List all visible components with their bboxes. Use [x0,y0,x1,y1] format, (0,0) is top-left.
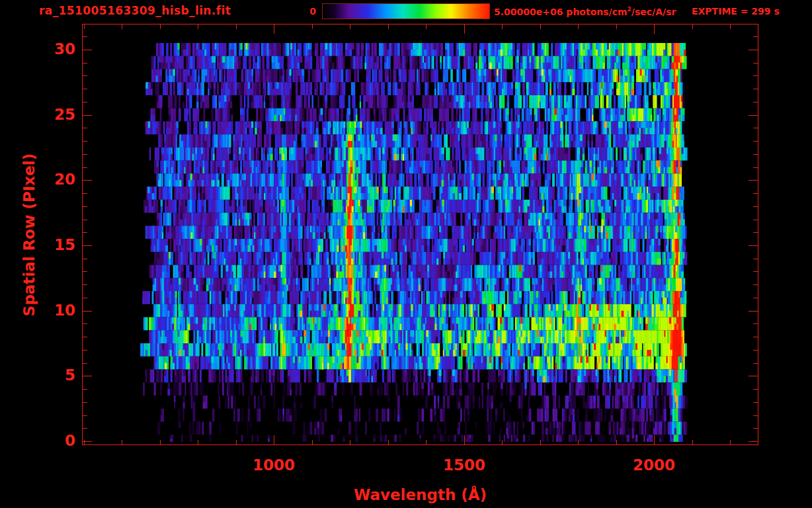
axis-tick [749,376,758,376]
axis-tick [83,167,87,168]
axis-tick [753,389,758,390]
axis-tick [753,298,758,298]
axis-tick [236,440,237,444]
fits-quicklook-window: ra_151005163309_hisb_lin.fit 0 5.00000e+… [0,0,812,508]
axis-tick [198,24,198,29]
axis-tick [198,440,198,444]
axis-tick [83,441,92,442]
axis-tick [753,350,758,351]
axis-tick [83,206,87,207]
axis-tick [616,440,617,444]
colorbar-max-value: 5.00000e+06 [494,7,566,17]
axis-tick [753,206,758,207]
axis-tick [83,232,87,233]
axis-tick [274,435,274,444]
axis-tick [83,415,87,416]
axis-tick [83,115,92,116]
exptime-label: EXPTIME = 299 s [692,6,780,17]
axis-tick [388,24,389,29]
axis-tick [83,284,87,285]
axis-tick [84,24,85,29]
axis-tick [654,435,655,444]
axis-tick [350,24,350,29]
axis-tick [83,350,87,351]
colorbar-units: photons/cm [566,7,627,17]
axis-tick [122,440,122,444]
axis-tick [616,24,617,29]
axis-tick [753,36,758,37]
axis-tick [692,440,693,444]
axis-tick [753,363,758,364]
axis-tick [83,323,87,324]
axis-tick [749,50,758,50]
axis-tick [388,440,389,444]
colorbar-max-label: 5.00000e+06 photons/cm2/sec/A/sr [494,6,676,17]
axis-tick [83,102,87,103]
x-tick-label: 1000 [244,456,304,474]
axis-tick [753,259,758,259]
axis-tick [749,180,758,181]
y-tick-label: 15 [41,236,75,253]
axis-tick [83,271,87,272]
axis-tick [753,232,758,233]
axis-tick [83,63,87,64]
axis-tick [83,259,87,259]
axis-tick [274,24,274,34]
axis-tick [83,141,87,142]
axis-tick [83,337,87,337]
axis-tick [83,428,87,429]
x-tick-label: 2000 [624,456,684,474]
colorbar-min-label: 0 [299,6,316,17]
axis-tick [426,440,426,444]
axis-tick [753,220,758,220]
colorbar-units-tail: /sec/A/sr [631,7,676,17]
y-tick-label: 30 [41,40,75,58]
axis-tick [464,435,465,444]
axis-tick [753,323,758,324]
y-tick-label: 5 [41,366,75,384]
plot-frame [82,24,758,445]
axis-tick [83,245,92,246]
axis-tick [502,440,503,444]
axis-tick [83,154,87,155]
axis-tick [749,441,758,442]
axis-tick [122,24,122,29]
y-tick-label: 20 [41,171,75,188]
axis-tick [83,36,87,37]
axis-tick [83,193,87,194]
axis-tick [83,402,87,403]
axis-tick [753,141,758,142]
axis-tick [749,311,758,312]
axis-tick [540,24,541,29]
axis-tick [160,440,161,444]
axis-tick [83,389,87,390]
axis-tick [753,89,758,89]
axis-tick [753,154,758,155]
axis-tick [730,440,731,444]
axis-tick [753,402,758,403]
axis-tick [350,440,350,444]
axis-tick [160,24,161,29]
y-axis-title: Spatial Row (PIxel) [20,153,38,316]
axis-tick [753,337,758,337]
axis-tick [540,440,541,444]
axis-tick [83,89,87,89]
spectral-heatmap-canvas [83,24,758,444]
filename-title: ra_151005163309_hisb_lin.fit [39,4,231,17]
axis-tick [753,167,758,168]
axis-tick [83,75,87,76]
axis-tick [236,24,237,29]
colorbar-gradient [322,3,490,19]
axis-tick [578,24,579,29]
axis-tick [83,50,92,50]
axis-tick [749,115,758,116]
axis-tick [464,24,465,34]
axis-tick [654,24,655,34]
axis-tick [83,363,87,364]
x-axis-title: Wavelength (Å) [82,486,758,503]
axis-tick [749,245,758,246]
axis-tick [753,63,758,64]
axis-tick [730,24,731,29]
axis-tick [83,180,92,181]
axis-tick [83,220,87,220]
